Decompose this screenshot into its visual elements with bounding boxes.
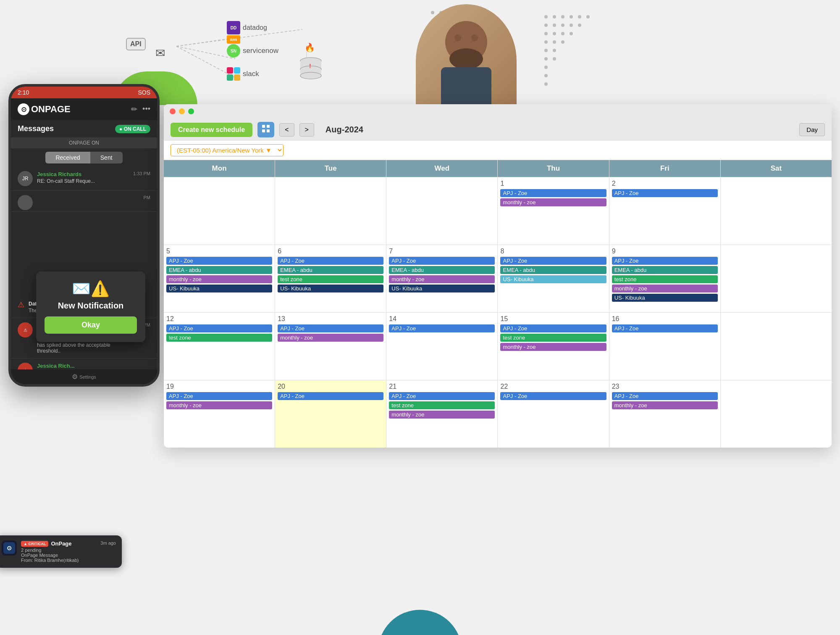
cal-event[interactable]: EMEA - abdu: [500, 266, 606, 274]
window-maximize-btn[interactable]: [188, 108, 194, 114]
cal-event[interactable]: EMEA - abdu: [389, 266, 495, 274]
svg-point-65: [561, 40, 564, 44]
cal-event[interactable]: test zone: [278, 275, 383, 283]
cal-cell[interactable]: 21 APJ - Zoe test zone monthly - zoe: [386, 380, 497, 448]
edit-icon[interactable]: ✏: [131, 105, 137, 114]
cal-event[interactable]: US- Kibuuka: [389, 285, 495, 292]
cal-cell[interactable]: 6 APJ - Zoe EMEA - abdu test zone US- Ki…: [275, 245, 386, 312]
cal-event[interactable]: APJ - Zoe: [389, 392, 495, 400]
cal-event[interactable]: APJ - Zoe: [500, 189, 606, 197]
cal-event[interactable]: APJ - Zoe: [612, 392, 718, 400]
cal-event[interactable]: monthly - zoe: [612, 285, 718, 292]
svg-line-2: [176, 46, 235, 78]
toast-notification: ⊙ ▲ CRITICAL OnPage 3m ago 2 pending OnP…: [0, 535, 122, 568]
cal-cell[interactable]: 12 APJ - Zoe test zone: [164, 313, 275, 380]
cal-date: 14: [389, 315, 495, 323]
cal-cell[interactable]: 15 APJ - Zoe test zone monthly - zoe: [498, 313, 609, 380]
cal-cell[interactable]: 14 APJ - Zoe: [386, 313, 497, 380]
cal-cell[interactable]: [164, 177, 275, 245]
cal-event[interactable]: monthly - zoe: [278, 334, 383, 342]
cal-event[interactable]: monthly - zoe: [166, 275, 272, 283]
settings-icon: ⚙: [72, 373, 78, 381]
cal-cell[interactable]: [275, 177, 386, 245]
cal-event[interactable]: monthly - zoe: [612, 401, 718, 409]
cal-cell[interactable]: 13 APJ - Zoe monthly - zoe: [275, 313, 386, 380]
cal-event[interactable]: APJ - Zoe: [500, 392, 606, 400]
cal-event[interactable]: US- Kibuuka: [612, 294, 718, 302]
cal-event[interactable]: US- Kibuuka: [166, 285, 272, 292]
cal-event[interactable]: APJ - Zoe: [166, 392, 272, 400]
phone-status-bar: 2:10 SOS: [11, 87, 157, 98]
cal-cell[interactable]: [721, 313, 832, 380]
cal-cell[interactable]: 2 APJ - Zoe: [609, 177, 720, 245]
cal-event[interactable]: APJ - Zoe: [389, 257, 495, 265]
svg-point-59: [544, 32, 548, 35]
cal-event[interactable]: EMEA - abdu: [166, 266, 272, 274]
okay-button[interactable]: Okay: [45, 316, 137, 334]
cal-event[interactable]: APJ - Zoe: [500, 324, 606, 332]
cal-cell[interactable]: 16 APJ - Zoe: [609, 313, 720, 380]
cal-event[interactable]: monthly - zoe: [166, 401, 272, 409]
cal-event[interactable]: APJ - Zoe: [612, 189, 718, 197]
message-item[interactable]: JR Jessica Richards RE: On-call Staff Re…: [11, 167, 157, 191]
cal-event[interactable]: APJ - Zoe: [612, 324, 718, 332]
cal-event[interactable]: APJ - Zoe: [166, 324, 272, 332]
cal-cell[interactable]: 7 APJ - Zoe EMEA - abdu monthly - zoe US…: [386, 245, 497, 312]
cal-event[interactable]: APJ - Zoe: [278, 324, 383, 332]
timezone-select[interactable]: (EST-05:00) America/New York ▼: [171, 144, 284, 156]
cal-event[interactable]: APJ - Zoe: [278, 257, 383, 265]
onpage-logo: ⊙ ONPAGE: [18, 103, 71, 115]
cal-event[interactable]: APJ - Zoe: [612, 257, 718, 265]
on-call-badge: ● ON CALL: [115, 125, 150, 133]
day-view-button[interactable]: Day: [799, 123, 825, 136]
avatar: ⚠: [18, 322, 33, 337]
cal-event[interactable]: test zone: [166, 334, 272, 342]
svg-point-48: [544, 15, 548, 18]
cal-event[interactable]: test zone: [500, 334, 606, 342]
cal-cell[interactable]: 23 APJ - Zoe monthly - zoe: [609, 380, 720, 448]
cal-event[interactable]: test zone: [612, 275, 718, 283]
cal-event[interactable]: monthly - zoe: [389, 275, 495, 283]
cal-event[interactable]: APJ - Zoe: [166, 257, 272, 265]
cal-event[interactable]: US- Kibuuka: [500, 275, 606, 283]
cal-date: 7: [389, 248, 495, 255]
cal-event[interactable]: EMEA - abdu: [278, 266, 383, 274]
cal-cell[interactable]: [721, 380, 832, 448]
cal-cell[interactable]: 22 APJ - Zoe: [498, 380, 609, 448]
tab-received[interactable]: Received: [45, 152, 90, 163]
nav-prev-button[interactable]: <: [279, 123, 294, 137]
cal-date: 6: [278, 248, 383, 255]
cal-event[interactable]: US- Kibuuka: [278, 285, 383, 292]
cal-event[interactable]: EMEA - abdu: [612, 266, 718, 274]
cal-event[interactable]: test zone: [389, 401, 495, 409]
grid-view-button[interactable]: [257, 122, 274, 137]
message-sender: Jessica Richards: [37, 171, 129, 177]
cal-event[interactable]: monthly - zoe: [389, 411, 495, 419]
notification-title: New Notification: [45, 301, 137, 311]
cal-cell[interactable]: 19 APJ - Zoe monthly - zoe: [164, 380, 275, 448]
nav-next-button[interactable]: >: [299, 123, 314, 137]
cal-cell[interactable]: 9 APJ - Zoe EMEA - abdu test zone monthl…: [609, 245, 720, 312]
cal-cell[interactable]: 5 APJ - Zoe EMEA - abdu monthly - zoe US…: [164, 245, 275, 312]
create-schedule-button[interactable]: Create new schedule: [171, 123, 252, 137]
cal-cell[interactable]: 8 APJ - Zoe EMEA - abdu US- Kibuuka: [498, 245, 609, 312]
cal-event[interactable]: APJ - Zoe: [389, 324, 495, 332]
cal-event[interactable]: monthly - zoe: [500, 198, 606, 206]
cal-cell[interactable]: 1 APJ - Zoe monthly - zoe: [498, 177, 609, 245]
cal-event[interactable]: monthly - zoe: [500, 343, 606, 351]
cal-event[interactable]: APJ - Zoe: [500, 257, 606, 265]
message-item[interactable]: PM: [11, 191, 157, 212]
cal-cell[interactable]: [721, 245, 832, 312]
tab-sent[interactable]: Sent: [90, 152, 123, 163]
cal-header-fri: Fri: [609, 160, 720, 177]
cal-event[interactable]: APJ - Zoe: [278, 392, 383, 400]
window-close-btn[interactable]: [170, 108, 176, 114]
more-icon[interactable]: •••: [142, 105, 150, 114]
cal-date: 15: [500, 315, 606, 323]
cal-cell-today[interactable]: 20 APJ - Zoe: [275, 380, 386, 448]
email-icon: ✉: [155, 46, 165, 60]
cal-cell[interactable]: [721, 177, 832, 245]
window-minimize-btn[interactable]: [179, 108, 185, 114]
toast-body: 2 pending OnPage Message From: Ritika Br…: [21, 548, 116, 563]
cal-cell[interactable]: [386, 177, 497, 245]
